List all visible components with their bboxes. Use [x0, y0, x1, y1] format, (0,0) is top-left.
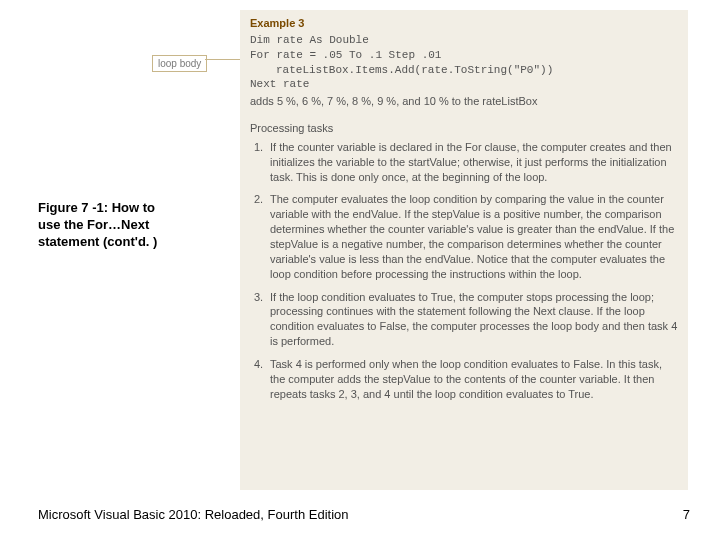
task-number: 4.	[250, 357, 270, 402]
example-title: Example 3	[250, 16, 678, 31]
task-text: If the counter variable is declared in t…	[270, 140, 678, 185]
example-panel: Example 3 Dim rate As Double For rate = …	[240, 10, 688, 490]
task-row: 1. If the counter variable is declared i…	[250, 140, 678, 185]
task-number: 2.	[250, 192, 270, 281]
code-line-1: Dim rate As Double	[250, 33, 678, 48]
task-row: 2. The computer evaluates the loop condi…	[250, 192, 678, 281]
code-result-text: adds 5 %, 6 %, 7 %, 8 %, 9 %, and 10 % t…	[250, 94, 678, 109]
task-number: 1.	[250, 140, 270, 185]
code-line-2: For rate = .05 To .1 Step .01	[250, 48, 678, 63]
task-text: The computer evaluates the loop conditio…	[270, 192, 678, 281]
footer-text: Microsoft Visual Basic 2010: Reloaded, F…	[38, 507, 348, 522]
task-text: If the loop condition evaluates to True,…	[270, 290, 678, 349]
task-number: 3.	[250, 290, 270, 349]
task-text: Task 4 is performed only when the loop c…	[270, 357, 678, 402]
processing-title: Processing tasks	[250, 121, 678, 136]
loop-body-label: loop body	[152, 55, 207, 72]
task-row: 3. If the loop condition evaluates to Tr…	[250, 290, 678, 349]
code-line-4: Next rate	[250, 77, 678, 92]
task-row: 4. Task 4 is performed only when the loo…	[250, 357, 678, 402]
code-line-3: rateListBox.Items.Add(rate.ToString("P0"…	[250, 63, 678, 78]
page-number: 7	[683, 507, 690, 522]
figure-caption: Figure 7 -1: How to use the For…Next sta…	[38, 200, 178, 251]
